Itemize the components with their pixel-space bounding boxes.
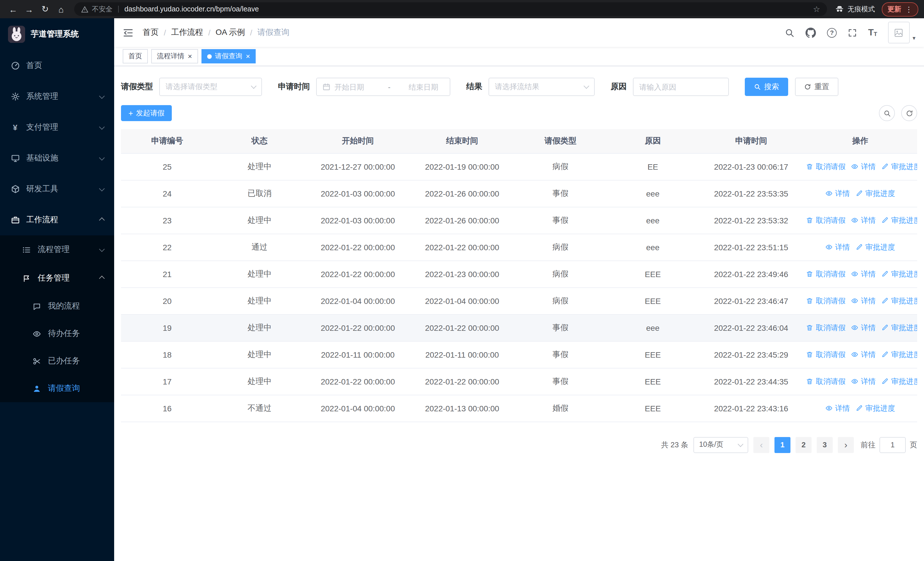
- detail-link[interactable]: 详情: [851, 269, 876, 279]
- user-avatar[interactable]: ▾: [888, 22, 915, 44]
- tab-leave-query[interactable]: 请假查询 ×: [201, 49, 256, 63]
- toggle-search-button[interactable]: [879, 105, 895, 121]
- approval-progress-link[interactable]: 审批进度: [882, 322, 917, 333]
- help-icon[interactable]: ?: [827, 28, 837, 38]
- browser-reload-icon[interactable]: ↻: [38, 2, 52, 17]
- next-page-button[interactable]: ›: [838, 437, 854, 453]
- address-bar[interactable]: 不安全 dashboard.yudao.iocoder.cn/bpm/oa/le…: [74, 2, 827, 16]
- tab-label: 请假查询: [215, 51, 242, 61]
- sidebar-item-infrastructure[interactable]: 基础设施: [0, 143, 114, 174]
- font-size-icon[interactable]: TT: [868, 28, 877, 37]
- refresh-table-button[interactable]: [901, 105, 917, 121]
- cell-status: 处理中: [213, 368, 306, 395]
- approval-progress-link[interactable]: 审批进度: [882, 296, 917, 306]
- end-date-input[interactable]: [409, 83, 444, 91]
- prev-page-button[interactable]: ‹: [753, 437, 770, 453]
- detail-link[interactable]: 详情: [851, 322, 876, 333]
- approval-progress-link[interactable]: 审批进度: [855, 188, 895, 199]
- page-button-2[interactable]: 2: [796, 437, 812, 453]
- goto-page-input[interactable]: [879, 437, 906, 453]
- sidebar-item-payment[interactable]: ¥ 支付管理: [0, 112, 114, 143]
- approval-progress-link[interactable]: 审批进度: [882, 376, 917, 387]
- leave-type-select[interactable]: 请选择请假类型: [159, 78, 262, 96]
- close-icon[interactable]: ×: [246, 53, 250, 60]
- update-button[interactable]: 更新 ⋮: [882, 2, 918, 16]
- page-size-select[interactable]: 10条/页: [693, 437, 748, 453]
- browser-forward-icon[interactable]: →: [22, 2, 36, 17]
- github-icon[interactable]: [805, 27, 816, 38]
- search-icon[interactable]: [785, 28, 795, 38]
- page-button-3[interactable]: 3: [817, 437, 832, 453]
- date-range-picker[interactable]: -: [316, 78, 450, 96]
- browser-menu-icon[interactable]: ⋮: [905, 5, 913, 14]
- action-label: 审批进度: [891, 161, 917, 171]
- detail-link[interactable]: 详情: [851, 349, 876, 359]
- cancel-leave-link[interactable]: 取消请假: [806, 161, 846, 171]
- cancel-leave-link[interactable]: 取消请假: [806, 376, 846, 387]
- approval-progress-link[interactable]: 审批进度: [882, 215, 917, 226]
- cell-actions: 取消请假 详情 审批进度: [803, 368, 917, 395]
- sidebar-item-home[interactable]: 首页: [0, 50, 114, 81]
- detail-link[interactable]: 详情: [825, 188, 850, 199]
- breadcrumb-current: 请假查询: [257, 27, 290, 38]
- reason-input[interactable]: [639, 83, 723, 91]
- plus-icon: +: [128, 108, 133, 118]
- detail-link[interactable]: 详情: [851, 296, 876, 306]
- sidebar-item-leave-query[interactable]: 请假查询: [0, 375, 114, 402]
- sidebar-item-system[interactable]: 系统管理: [0, 81, 114, 112]
- apply-time-label: 申请时间: [278, 82, 310, 92]
- cancel-leave-link[interactable]: 取消请假: [806, 269, 846, 279]
- tags-view-bar: 首页 流程详情 × 请假查询 ×: [114, 47, 924, 66]
- browser-home-icon[interactable]: ⌂: [54, 2, 69, 17]
- breadcrumb-item-home[interactable]: 首页: [142, 27, 159, 38]
- detail-link[interactable]: 详情: [825, 403, 850, 413]
- app-logo[interactable]: 芋道管理系统: [0, 18, 114, 50]
- fullscreen-icon[interactable]: [848, 28, 857, 38]
- create-leave-button[interactable]: + 发起请假: [121, 105, 172, 121]
- approval-progress-link[interactable]: 审批进度: [882, 349, 917, 359]
- cell-apply-time: 2022-01-22 23:51:15: [699, 234, 803, 260]
- tab-process-detail[interactable]: 流程详情 ×: [151, 49, 198, 63]
- cell-end-time: 2022-01-26 00:00:00: [410, 180, 514, 207]
- approval-progress-link[interactable]: 审批进度: [855, 403, 895, 413]
- tab-home[interactable]: 首页: [123, 49, 148, 63]
- cancel-leave-link[interactable]: 取消请假: [806, 322, 846, 333]
- action-label: 取消请假: [816, 269, 846, 279]
- filter-buttons: 搜索 重置: [745, 78, 838, 96]
- sidebar-collapse-icon[interactable]: [123, 27, 134, 38]
- search-button[interactable]: 搜索: [745, 78, 788, 96]
- detail-link[interactable]: 详情: [851, 161, 876, 171]
- sidebar-item-my-process[interactable]: 我的流程: [0, 292, 114, 320]
- start-date-input[interactable]: [334, 83, 370, 91]
- reset-button[interactable]: 重置: [795, 78, 838, 96]
- cancel-leave-link[interactable]: 取消请假: [806, 296, 846, 306]
- sidebar-item-done-tasks[interactable]: 已办任务: [0, 347, 114, 375]
- close-icon[interactable]: ×: [188, 53, 192, 60]
- cell-start-time: 2022-01-04 00:00:00: [306, 395, 410, 422]
- cancel-leave-link[interactable]: 取消请假: [806, 349, 846, 359]
- sidebar-item-process-management[interactable]: 流程管理: [0, 235, 114, 264]
- approval-progress-link[interactable]: 审批进度: [882, 161, 917, 171]
- result-select[interactable]: 请选择流结果: [489, 78, 595, 96]
- cancel-leave-link[interactable]: 取消请假: [806, 215, 846, 226]
- cell-leave-type: 事假: [514, 368, 607, 395]
- menu-label: 待办任务: [48, 328, 80, 339]
- bookmark-star-icon[interactable]: ☆: [813, 5, 820, 14]
- page-button-1[interactable]: 1: [774, 437, 790, 453]
- browser-back-icon[interactable]: ←: [6, 2, 21, 17]
- breadcrum-item-workflow[interactable]: 工作流程: [171, 27, 203, 38]
- action-label: 取消请假: [816, 349, 846, 359]
- url-text[interactable]: dashboard.yudao.iocoder.cn/bpm/oa/leave: [124, 5, 259, 13]
- detail-link[interactable]: 详情: [851, 215, 876, 226]
- detail-link[interactable]: 详情: [851, 376, 876, 387]
- not-secure-label[interactable]: 不安全: [92, 4, 112, 14]
- sidebar-item-devtools[interactable]: 研发工具: [0, 174, 114, 205]
- approval-progress-link[interactable]: 审批进度: [855, 242, 895, 252]
- cell-apply-time: 2022-01-22 23:46:47: [699, 287, 803, 314]
- approval-progress-link[interactable]: 审批进度: [882, 269, 917, 279]
- breadcrumb-item-oa-example[interactable]: OA 示例: [216, 27, 245, 38]
- detail-link[interactable]: 详情: [825, 242, 850, 252]
- sidebar-item-todo-tasks[interactable]: 待办任务: [0, 320, 114, 347]
- sidebar-item-workflow[interactable]: 工作流程: [0, 205, 114, 235]
- sidebar-item-task-management[interactable]: 任务管理: [0, 264, 114, 292]
